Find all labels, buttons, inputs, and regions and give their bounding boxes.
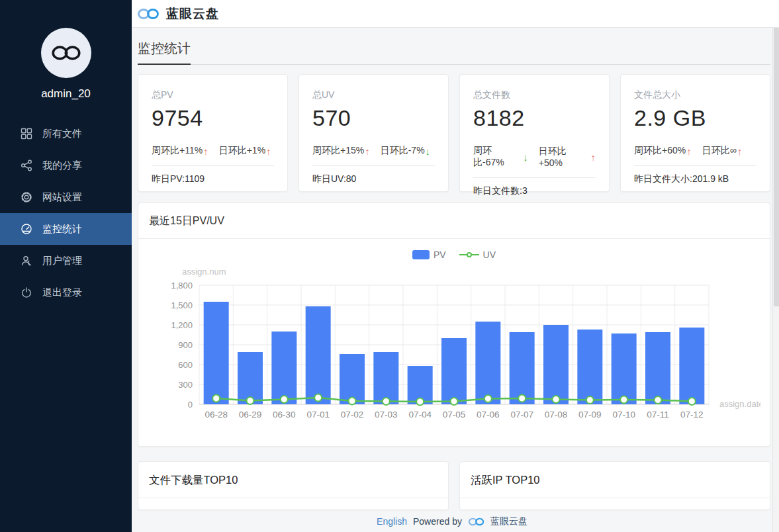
stat-label: 总PV	[152, 89, 274, 101]
footer: English Powered by 蓝眼云盘	[132, 515, 772, 527]
username: admin_20	[0, 87, 132, 101]
grid-icon	[20, 128, 32, 140]
y-tick-label: 1,500	[171, 300, 193, 310]
pv-bar	[271, 332, 297, 404]
uv-point	[553, 396, 560, 403]
y-tick-label: 300	[178, 380, 193, 390]
sidebar-item-label: 用户管理	[42, 255, 82, 267]
sidebar-item-all-files[interactable]: 所有文件	[0, 118, 132, 150]
chart-card-title: 最近15日PV/UV	[138, 203, 770, 239]
uv-point	[416, 398, 424, 406]
stat-footer: 昨日文件数:3	[473, 178, 596, 204]
sidebar-item-user-management[interactable]: 用户管理	[0, 245, 132, 277]
trend-day: 日环比-7%↓	[381, 145, 430, 157]
main-content: 监控统计 总PV 9754 周环比+11%↑ 日环比+1%↑ 昨日PV:1109…	[132, 28, 772, 532]
trend-week: 周环比+11%↑	[152, 145, 208, 157]
trend-arrow-icon: ↑	[737, 146, 743, 157]
stat-value: 9754	[152, 105, 274, 131]
sidebar-item-monitoring[interactable]: 监控统计	[0, 213, 132, 245]
x-tick-label: 07-01	[306, 410, 330, 420]
card-title: 活跃IP TOP10	[460, 462, 770, 498]
trend-arrow-icon: ↓	[426, 146, 431, 157]
trend-week: 周环比+60%↑	[634, 145, 692, 157]
stat-value: 8182	[473, 105, 596, 131]
bottom-cards-row: 文件下载量TOP10 活跃IP TOP10	[138, 461, 770, 510]
pv-bar	[475, 322, 500, 404]
x-tick-label: 07-05	[443, 410, 466, 420]
sidebar-menu: 所有文件 我的分享 网站设置 监控统计 用户管理	[0, 118, 132, 308]
stat-footer: 昨日PV:1109	[152, 166, 274, 193]
pv-bar	[543, 325, 569, 404]
stat-card-file-count: 总文件数 8182 周环比-67%↓ 日环比+50%↑ 昨日文件数:3	[459, 74, 610, 192]
x-tick-label: 07-09	[578, 410, 602, 420]
footer-logo-icon	[468, 516, 484, 527]
dashboard-icon	[20, 223, 32, 236]
x-tick-label: 06-28	[205, 410, 228, 420]
uv-point	[212, 395, 220, 402]
x-tick-label: 06-30	[273, 410, 296, 420]
trend-arrow-icon: ↑	[686, 146, 692, 157]
scrollbar-thumb[interactable]	[774, 28, 779, 306]
stat-footer: 昨日文件大小:201.9 kB	[634, 166, 756, 193]
sidebar-item-label: 退出登录	[42, 287, 82, 299]
uv-point	[655, 396, 662, 404]
pv-bar	[441, 338, 467, 404]
heading-underline: 监控统计	[138, 40, 770, 65]
language-link[interactable]: English	[377, 516, 407, 527]
legend-uv[interactable]: UV	[459, 249, 496, 260]
y-tick-label: 900	[178, 340, 193, 350]
x-tick-label: 07-12	[680, 410, 704, 420]
x-tick-label: 07-03	[375, 410, 398, 420]
power-icon	[20, 287, 32, 299]
sidebar-item-label: 网站设置	[42, 191, 82, 204]
infinity-logo-icon	[50, 43, 82, 63]
stat-value: 2.9 GB	[634, 105, 756, 131]
stats-row: 总PV 9754 周环比+11%↑ 日环比+1%↑ 昨日PV:1109 总UV …	[138, 74, 770, 192]
pv-bar	[645, 332, 670, 404]
uv-point	[383, 398, 390, 405]
x-tick-label: 07-07	[510, 410, 533, 420]
uv-point	[451, 398, 458, 405]
pv-bar	[577, 330, 602, 404]
trend-arrow-icon: ↑	[591, 152, 596, 163]
legend-pv[interactable]: PV	[412, 249, 446, 260]
pv-bar	[373, 352, 398, 404]
x-tick-label: 06-29	[239, 410, 262, 420]
sidebar-item-logout[interactable]: 退出登录	[0, 277, 132, 308]
pvuv-chart-card: 最近15日PV/UV PVUV 03006009001,2001,5001,80…	[138, 202, 770, 447]
card-title: 文件下载量TOP10	[138, 462, 448, 498]
stat-footer: 昨日UV:80	[312, 166, 435, 193]
x-tick-label: 07-11	[647, 410, 669, 420]
pv-bar	[679, 328, 704, 404]
stat-card-uv: 总UV 570 周环比+15%↑ 日环比-7%↓ 昨日UV:80	[298, 74, 449, 192]
x-tick-label: 07-04	[408, 410, 432, 420]
pv-bar	[306, 306, 331, 404]
uv-point	[586, 396, 594, 404]
stat-value: 570	[312, 105, 435, 131]
sidebar-item-label: 监控统计	[42, 223, 82, 236]
powered-by-text: Powered by	[413, 516, 462, 527]
uv-point	[349, 398, 356, 405]
x-tick-label: 07-06	[477, 410, 500, 420]
vertical-scrollbar[interactable]	[772, 28, 779, 532]
y-tick-label: 0	[188, 400, 193, 410]
sidebar-item-site-settings[interactable]: 网站设置	[0, 181, 132, 213]
uv-point	[281, 396, 288, 403]
top-header: 蓝眼云盘	[132, 0, 779, 28]
pv-bar	[204, 302, 229, 404]
x-tick-label: 07-10	[612, 410, 635, 420]
y-axis-name: assign.num	[182, 267, 226, 277]
trend-arrow-icon: ↑	[203, 146, 208, 157]
trend-arrow-icon: ↑	[266, 146, 271, 157]
trend-day: 日环比∞↑	[702, 145, 742, 157]
active-ip-top10-card: 活跃IP TOP10	[459, 461, 770, 510]
footer-brand-text[interactable]: 蓝眼云盘	[490, 515, 527, 527]
stat-label: 总UV	[312, 89, 435, 101]
app-title: 蓝眼云盘	[166, 5, 219, 22]
trend-day: 日环比+50%↑	[539, 146, 596, 168]
uv-point	[484, 395, 492, 402]
pv-bar	[510, 332, 535, 404]
trend-week: 周环比+15%↑	[312, 145, 370, 157]
sidebar-item-my-shares[interactable]: 我的分享	[0, 150, 132, 181]
download-top10-card: 文件下载量TOP10	[138, 461, 449, 510]
